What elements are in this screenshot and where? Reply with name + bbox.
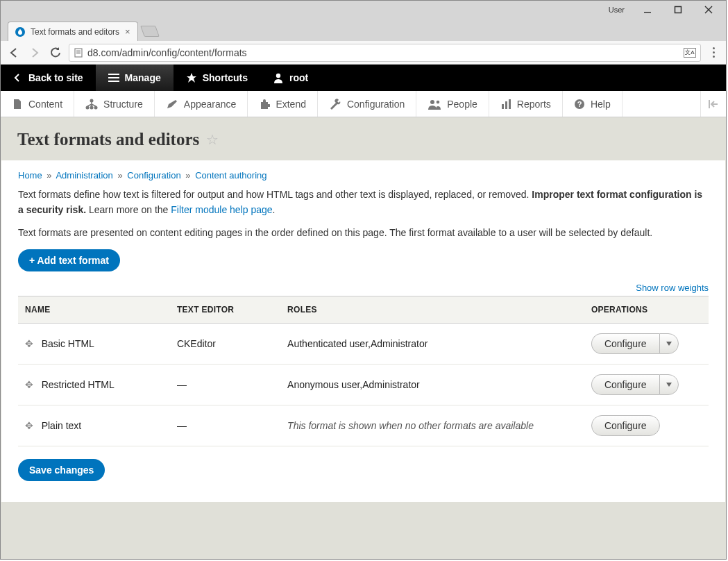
hamburger-icon bbox=[108, 73, 119, 83]
svg-point-12 bbox=[90, 99, 94, 102]
url-input[interactable]: d8.com/admin/config/content/formats 文A bbox=[69, 44, 701, 62]
admin-menu-structure[interactable]: Structure bbox=[74, 91, 155, 117]
format-editor: — bbox=[170, 405, 280, 446]
browser-tabstrip: Text formats and editors × bbox=[1, 19, 726, 41]
admin-menu-reports[interactable]: Reports bbox=[489, 91, 563, 117]
reports-icon bbox=[500, 99, 511, 110]
svg-rect-19 bbox=[505, 101, 507, 109]
toolbar-shortcuts-label: Shortcuts bbox=[203, 72, 248, 83]
format-editor: CKEditor bbox=[170, 324, 280, 365]
breadcrumb: Home » Administration » Configuration » … bbox=[18, 170, 709, 181]
breadcrumb-content-authoring[interactable]: Content authoring bbox=[195, 170, 266, 181]
toolbar-shortcuts[interactable]: Shortcuts bbox=[173, 65, 260, 91]
page-title-row: Text formats and editors ☆ bbox=[1, 130, 726, 160]
favorite-star-icon[interactable]: ☆ bbox=[206, 131, 219, 148]
browser-reload-button[interactable] bbox=[48, 45, 63, 60]
admin-menu-structure-label: Structure bbox=[103, 99, 143, 110]
desc1-pre: Text formats define how text is filtered… bbox=[18, 189, 532, 200]
browser-address-bar: d8.com/admin/config/content/formats 文A bbox=[1, 41, 726, 65]
browser-tab[interactable]: Text formats and editors × bbox=[8, 22, 138, 41]
window-minimize-button[interactable] bbox=[633, 2, 662, 17]
help-icon: ? bbox=[574, 99, 585, 110]
breadcrumb-home[interactable]: Home bbox=[18, 170, 42, 181]
admin-menu-collapse-button[interactable] bbox=[700, 91, 726, 117]
save-row: Save changes bbox=[18, 459, 709, 481]
configure-button[interactable]: Configure bbox=[591, 415, 660, 436]
breadcrumb-configuration[interactable]: Configuration bbox=[127, 170, 180, 181]
toolbar-back-to-site[interactable]: Back to site bbox=[1, 65, 96, 91]
admin-menu-content-label: Content bbox=[28, 99, 62, 110]
operations-dropdown-toggle[interactable] bbox=[659, 374, 679, 395]
th-text-editor: TEXT EDITOR bbox=[170, 296, 280, 324]
window-close-button[interactable] bbox=[694, 2, 723, 17]
user-icon bbox=[273, 72, 284, 83]
svg-text:?: ? bbox=[577, 100, 582, 108]
admin-menu-extend[interactable]: Extend bbox=[248, 91, 318, 117]
content-icon bbox=[12, 99, 23, 110]
breadcrumb-sep: » bbox=[46, 170, 51, 181]
admin-menu-appearance[interactable]: Appearance bbox=[155, 91, 248, 117]
admin-menu-people[interactable]: People bbox=[416, 91, 489, 117]
breadcrumb-administration[interactable]: Administration bbox=[56, 170, 112, 181]
drupal-toolbar: Back to site Manage Shortcuts root bbox=[1, 65, 726, 91]
drag-handle-icon[interactable]: ✥ bbox=[25, 338, 33, 349]
format-editor: — bbox=[170, 365, 280, 405]
tab-close-icon[interactable]: × bbox=[125, 26, 130, 37]
page-title: Text formats and editors bbox=[17, 130, 199, 149]
browser-back-button[interactable] bbox=[6, 45, 22, 60]
formats-table: NAME TEXT EDITOR ROLES OPERATIONS ✥ Basi… bbox=[18, 296, 709, 446]
format-name: Restricted HTML bbox=[42, 379, 115, 390]
th-roles: ROLES bbox=[280, 296, 584, 324]
svg-point-17 bbox=[437, 100, 440, 103]
browser-menu-button[interactable] bbox=[706, 47, 720, 58]
extend-icon bbox=[259, 99, 270, 110]
appearance-icon bbox=[166, 99, 178, 110]
structure-icon bbox=[85, 99, 98, 110]
chevron-down-icon bbox=[666, 342, 672, 346]
toolbar-user-label: root bbox=[289, 72, 308, 83]
svg-rect-1 bbox=[675, 7, 682, 13]
format-roles: This format is shown when no other forma… bbox=[280, 405, 584, 446]
window-maximize-button[interactable] bbox=[663, 2, 693, 17]
format-name: Plain text bbox=[42, 420, 82, 431]
filter-help-link[interactable]: Filter module help page bbox=[171, 204, 272, 215]
tab-title: Text formats and editors bbox=[31, 27, 119, 37]
admin-menu-reports-label: Reports bbox=[517, 99, 551, 110]
admin-menu-people-label: People bbox=[447, 99, 477, 110]
add-text-format-button[interactable]: Add text format bbox=[18, 249, 120, 271]
svg-point-15 bbox=[94, 106, 98, 109]
toolbar-user[interactable]: root bbox=[260, 65, 321, 91]
drupal-favicon-icon bbox=[15, 27, 25, 37]
format-operations: Configure bbox=[584, 324, 709, 365]
main-panel: Home » Administration » Configuration » … bbox=[1, 160, 725, 502]
content-area: Text formats and editors ☆ Home » Admini… bbox=[1, 117, 726, 559]
admin-menu-help[interactable]: ? Help bbox=[563, 91, 623, 117]
th-operations: OPERATIONS bbox=[584, 296, 709, 324]
format-operations: Configure bbox=[584, 365, 709, 405]
operations-dropdown-toggle[interactable] bbox=[659, 333, 679, 354]
new-tab-button[interactable] bbox=[140, 26, 160, 37]
drag-handle-icon[interactable]: ✥ bbox=[25, 379, 33, 390]
browser-forward-button[interactable] bbox=[27, 45, 42, 60]
svg-point-16 bbox=[430, 100, 434, 104]
desc1-end: . bbox=[273, 204, 276, 215]
window-titlebar: User bbox=[1, 1, 726, 19]
admin-menu-content[interactable]: Content bbox=[1, 91, 74, 117]
drag-handle-icon[interactable]: ✥ bbox=[25, 420, 33, 431]
translate-icon[interactable]: 文A bbox=[684, 48, 696, 58]
svg-rect-4 bbox=[75, 49, 82, 57]
admin-menu-configuration[interactable]: Configuration bbox=[318, 91, 416, 117]
chevron-down-icon bbox=[666, 383, 672, 387]
svg-point-13 bbox=[86, 106, 90, 109]
admin-menu-help-label: Help bbox=[591, 99, 611, 110]
save-changes-button[interactable]: Save changes bbox=[18, 459, 105, 481]
format-name: Basic HTML bbox=[42, 338, 94, 349]
show-row-weights-link[interactable]: Show row weights bbox=[636, 283, 709, 293]
configure-button[interactable]: Configure bbox=[591, 374, 659, 395]
desc1-post: Learn more on the bbox=[86, 204, 171, 215]
configure-button[interactable]: Configure bbox=[591, 333, 659, 354]
svg-point-14 bbox=[90, 106, 94, 109]
svg-rect-20 bbox=[509, 99, 511, 109]
toolbar-manage[interactable]: Manage bbox=[96, 65, 173, 91]
svg-point-11 bbox=[276, 74, 280, 78]
